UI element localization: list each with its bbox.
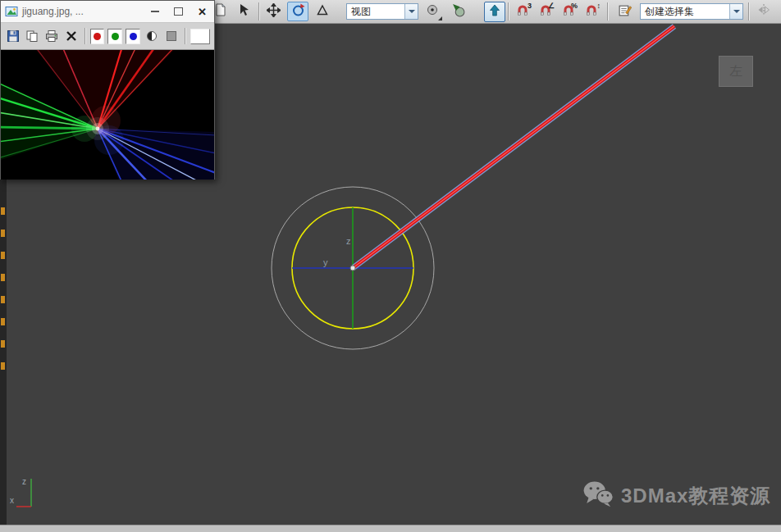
green-channel-icon <box>112 33 119 40</box>
document-icon <box>214 3 227 20</box>
panel-edge-mark <box>1 207 5 215</box>
select-manipulate-button[interactable] <box>448 2 469 21</box>
green-channel-button[interactable] <box>107 29 122 44</box>
chevron-down-icon[interactable] <box>729 4 742 19</box>
spinner-snap-label: ↕ <box>597 2 601 10</box>
bottom-panel-edge <box>0 525 781 532</box>
toolbar-separator <box>508 2 509 20</box>
minimize-icon <box>151 11 159 12</box>
viewer-toolbar <box>1 23 214 50</box>
panel-edge-mark <box>1 318 5 325</box>
red-channel-icon <box>94 33 101 40</box>
background-color-swatch[interactable] <box>190 29 210 44</box>
chevron-down-icon[interactable] <box>404 4 418 19</box>
select-place-button[interactable] <box>233 2 254 21</box>
named-selection-set-value: 创建选择集 <box>641 5 729 19</box>
panel-edge-mark <box>1 362 5 370</box>
print-image-button[interactable] <box>43 26 60 46</box>
image-viewer-window: jiguang.jpg, ... ✕ <box>0 0 215 180</box>
gizmo-y-label: y <box>323 257 328 267</box>
scale-icon <box>316 3 329 20</box>
red-channel-button[interactable] <box>90 29 105 44</box>
select-rotate-button[interactable] <box>287 2 308 21</box>
toolbar-separator <box>185 28 185 44</box>
maximize-icon <box>174 7 183 16</box>
reference-coordinate-value: 视图 <box>347 5 404 19</box>
blue-channel-icon <box>130 33 137 40</box>
close-button[interactable]: ✕ <box>190 1 214 22</box>
monochrome-icon <box>167 31 176 41</box>
spinner-snap-button[interactable]: ↕ <box>581 2 602 21</box>
edit-named-sets-icon <box>618 3 632 20</box>
save-image-button[interactable] <box>5 26 21 46</box>
panel-edge-mark <box>1 340 5 348</box>
panel-edge-mark <box>1 252 5 259</box>
blue-channel-button[interactable] <box>126 29 140 44</box>
mirror-icon <box>757 3 770 20</box>
3dsmax-screen: 视图 3 ∠ <box>0 0 781 532</box>
copy-icon <box>25 30 39 43</box>
watermark: 3DMax教程资源 <box>582 480 770 511</box>
up-arrow-icon <box>489 4 500 20</box>
use-center-button[interactable] <box>422 2 443 21</box>
percent-snap-button[interactable]: % <box>558 2 579 21</box>
move-icon <box>267 3 281 20</box>
snaps-toggle-button[interactable]: 3 <box>512 2 533 21</box>
reference-coordinate-dropdown[interactable]: 视图 <box>346 3 418 20</box>
laser-image-canvas <box>1 50 214 180</box>
save-icon <box>7 30 20 43</box>
panel-edge-mark <box>1 296 5 303</box>
viewcube-face-label: 左 <box>729 63 742 80</box>
viewcube[interactable]: 左 <box>719 56 753 87</box>
angle-snap-button[interactable]: ∠ <box>535 2 556 21</box>
close-icon: ✕ <box>198 7 207 17</box>
viewer-title: jiguang.jpg, ... <box>18 6 143 17</box>
manipulate-icon <box>452 3 466 20</box>
keyboard-override-toggle[interactable] <box>484 2 505 22</box>
select-cursor-icon <box>237 3 250 20</box>
rotate-icon <box>291 3 305 20</box>
light-object-center[interactable] <box>350 266 355 271</box>
toolbar-separator <box>258 2 259 20</box>
panel-edge-mark <box>1 274 5 281</box>
toolbar-separator <box>607 2 608 20</box>
maximize-button[interactable] <box>167 1 190 22</box>
select-move-button[interactable] <box>263 2 284 21</box>
percent-snap-label: % <box>571 2 578 10</box>
wechat-icon <box>582 480 614 511</box>
image-file-icon <box>5 5 18 18</box>
viewer-titlebar[interactable]: jiguang.jpg, ... ✕ <box>1 1 214 23</box>
edit-named-sets-button[interactable] <box>614 2 635 21</box>
toolbar-separator <box>84 28 85 44</box>
print-icon <box>45 30 58 43</box>
laser-beam-object[interactable] <box>353 26 674 268</box>
named-selection-set-dropdown[interactable]: 创建选择集 <box>640 3 743 20</box>
copy-image-button[interactable] <box>25 26 41 46</box>
alpha-channel-button[interactable] <box>144 26 160 46</box>
panel-edge-mark <box>1 230 5 237</box>
laser-image[interactable] <box>1 50 214 180</box>
watermark-text: 3DMax教程资源 <box>621 483 770 509</box>
tripod-x-label: x <box>10 496 14 505</box>
monochrome-button[interactable] <box>163 26 180 46</box>
delete-button[interactable] <box>63 26 80 46</box>
minimize-button[interactable] <box>143 1 167 22</box>
toolbar-separator <box>748 2 749 20</box>
alpha-channel-icon <box>147 31 157 41</box>
gizmo-z-label: z <box>346 236 351 246</box>
tripod-z-label: z <box>22 477 26 486</box>
use-center-icon <box>426 3 439 20</box>
angle-snap-label: ∠ <box>548 2 555 10</box>
select-scale-button[interactable] <box>312 2 333 21</box>
mirror-button[interactable] <box>753 2 774 21</box>
axis-tripod-icon: z x <box>10 477 31 507</box>
snap-3d-label: 3 <box>528 2 532 10</box>
delete-x-icon <box>66 30 77 42</box>
